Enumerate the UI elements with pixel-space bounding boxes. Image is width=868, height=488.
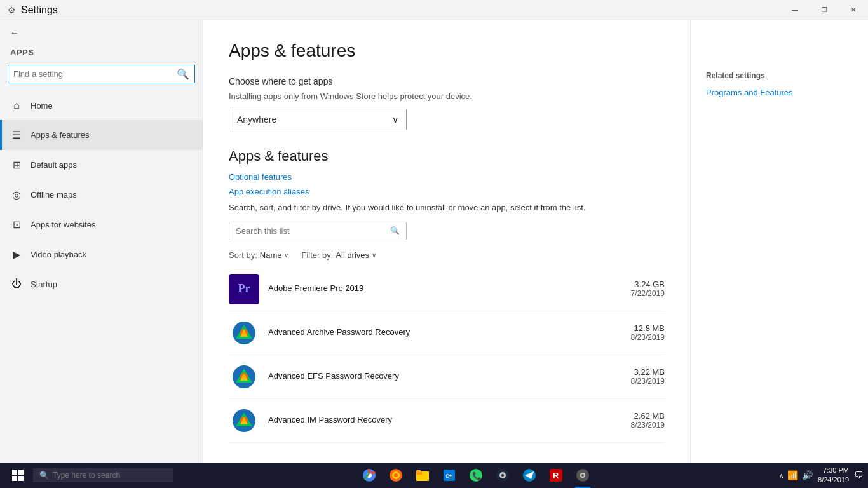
app-execution-link[interactable]: App execution aliases: [229, 187, 665, 196]
app-list: Pr Adobe Premiere Pro 2019 3.24 GB 7/22/…: [229, 268, 665, 443]
taskbar-telegram-icon[interactable]: [517, 463, 542, 488]
choose-where-section: Choose where to get apps Installing apps…: [229, 76, 665, 130]
app-name: Advanced Archive Password Recovery: [268, 327, 631, 337]
sidebar-item-label: Video playback: [31, 250, 86, 259]
choose-where-label: Choose where to get apps: [229, 76, 665, 86]
sidebar-item-label: Apps & features: [31, 130, 90, 140]
sidebar-section-label: Apps: [0, 45, 203, 65]
list-item[interactable]: Advanced Archive Password Recovery 12.8 …: [229, 311, 665, 355]
app-search-box[interactable]: 🔍: [229, 222, 407, 240]
taskbar-chrome-icon[interactable]: [356, 463, 382, 488]
default-apps-icon: ⊞: [10, 159, 23, 171]
dropdown-value: Anywhere: [237, 114, 276, 125]
app-size-info: 2.62 MB 8/23/2019: [631, 411, 665, 430]
taskbar-search-input[interactable]: [53, 471, 166, 480]
taskbar-firefox-icon[interactable]: [383, 463, 409, 488]
app-info: Adobe Premiere Pro 2019: [268, 283, 631, 294]
titlebar-controls: — ❐ ✕: [780, 0, 868, 20]
taskbar-left: 🔍: [5, 463, 173, 488]
sidebar-search-box[interactable]: 🔍: [8, 65, 195, 83]
sidebar-item-apps-features[interactable]: ☰ Apps & features: [0, 120, 203, 150]
titlebar-title: Settings: [21, 4, 58, 16]
sidebar-item-default-apps[interactable]: ⊞ Default apps: [0, 150, 203, 180]
file-explorer-icon: [416, 468, 430, 482]
volume-icon[interactable]: 🔊: [802, 470, 813, 480]
app-date: 8/23/2019: [631, 333, 665, 342]
svg-point-30: [501, 474, 504, 477]
taskbar-settings-icon[interactable]: [570, 463, 595, 488]
sort-by-control[interactable]: Sort by: Name ∨: [229, 250, 288, 260]
elcomsoft-icon: [232, 409, 256, 433]
app-search-input[interactable]: [236, 226, 390, 236]
chevron-up-icon[interactable]: ∧: [779, 472, 783, 479]
app-size-info: 12.8 MB 8/23/2019: [631, 323, 665, 342]
taskbar-whatsapp-icon[interactable]: 📞: [463, 463, 489, 488]
sidebar-item-offline-maps[interactable]: ◎ Offline maps: [0, 180, 203, 210]
sidebar-item-startup[interactable]: ⏻ Startup: [0, 269, 203, 299]
taskbar-steam-icon[interactable]: [490, 463, 515, 488]
apps-source-dropdown[interactable]: Anywhere ∨: [229, 109, 407, 130]
app-name: Adobe Premiere Pro 2019: [268, 283, 631, 293]
search-icon: 🔍: [177, 68, 189, 80]
related-settings-title: Related settings: [706, 71, 853, 80]
app-container: ← Apps 🔍 ⌂ Home ☰ Apps & features ⊞ Defa…: [0, 20, 868, 463]
startup-icon: ⏻: [10, 278, 23, 290]
elcomsoft-icon: [232, 365, 256, 389]
svg-point-20: [394, 473, 398, 477]
svg-text:R: R: [553, 471, 559, 480]
right-panel: Related settings Programs and Features: [690, 20, 868, 463]
taskbar-unknown-icon[interactable]: R: [543, 463, 569, 488]
taskbar-search[interactable]: 🔍: [33, 468, 173, 482]
system-icons: ∧ 📶 🔊: [779, 470, 813, 480]
page-title: Apps & features: [229, 41, 665, 61]
app-size-info: 3.24 GB 7/22/2019: [631, 280, 665, 298]
app-icon: [229, 405, 259, 436]
app-name: Advanced EFS Password Recovery: [268, 371, 631, 381]
maximize-button[interactable]: ❐: [810, 0, 839, 20]
network-icon: 📶: [787, 470, 798, 480]
taskbar: 🔍: [0, 463, 868, 488]
app-icon: [229, 362, 259, 392]
svg-rect-12: [12, 470, 17, 475]
sidebar-item-apps-websites[interactable]: ⊡ Apps for websites: [0, 210, 203, 240]
clock[interactable]: 7:30 PM 8/24/2019: [818, 466, 849, 485]
programs-features-link[interactable]: Programs and Features: [706, 88, 793, 97]
app-size-info: 3.22 MB 8/23/2019: [631, 367, 665, 386]
notification-icon[interactable]: 🗨: [854, 470, 863, 480]
list-item[interactable]: Advanced IM Password Recovery 2.62 MB 8/…: [229, 399, 665, 443]
minimize-button[interactable]: —: [780, 0, 810, 20]
steam-icon: [496, 468, 510, 482]
taskbar-store-icon[interactable]: 🛍: [437, 463, 462, 488]
close-button[interactable]: ✕: [839, 0, 868, 20]
app-date: 8/23/2019: [631, 421, 665, 430]
sidebar-item-label: Default apps: [31, 160, 77, 170]
filter-value: All drives: [336, 250, 369, 260]
filter-by-control[interactable]: Filter by: All drives ∨: [301, 250, 376, 260]
app-size: 12.8 MB: [631, 323, 665, 333]
sidebar: ← Apps 🔍 ⌂ Home ☰ Apps & features ⊞ Defa…: [0, 20, 203, 463]
back-button[interactable]: ←: [0, 20, 203, 45]
sidebar-search-input[interactable]: [13, 69, 177, 79]
start-button[interactable]: [5, 463, 31, 488]
app-icon: [229, 318, 259, 348]
svg-rect-23: [416, 470, 421, 473]
sidebar-item-video-playback[interactable]: ▶ Video playback: [0, 240, 203, 269]
search-icon: 🔍: [390, 226, 400, 235]
list-item[interactable]: Pr Adobe Premiere Pro 2019 3.24 GB 7/22/…: [229, 268, 665, 311]
unknown-app-icon: R: [549, 468, 563, 482]
optional-features-link[interactable]: Optional features: [229, 172, 665, 182]
app-info: Advanced IM Password Recovery: [268, 415, 631, 426]
video-playback-icon: ▶: [10, 248, 23, 261]
store-icon: 🛍: [442, 468, 456, 482]
sidebar-item-home[interactable]: ⌂ Home: [0, 91, 203, 120]
filter-description: Search, sort, and filter by drive. If yo…: [229, 201, 665, 214]
offline-maps-icon: ◎: [10, 189, 23, 201]
list-item[interactable]: Advanced EFS Password Recovery 3.22 MB 8…: [229, 355, 665, 399]
sort-filter-row: Sort by: Name ∨ Filter by: All drives ∨: [229, 250, 665, 260]
taskbar-file-explorer-icon[interactable]: [410, 463, 435, 488]
app-size: 3.22 MB: [631, 367, 665, 377]
app-date: 7/22/2019: [631, 289, 665, 298]
whatsapp-icon: 📞: [469, 468, 483, 482]
firefox-icon: [389, 468, 403, 482]
sort-chevron-icon: ∨: [284, 252, 288, 259]
